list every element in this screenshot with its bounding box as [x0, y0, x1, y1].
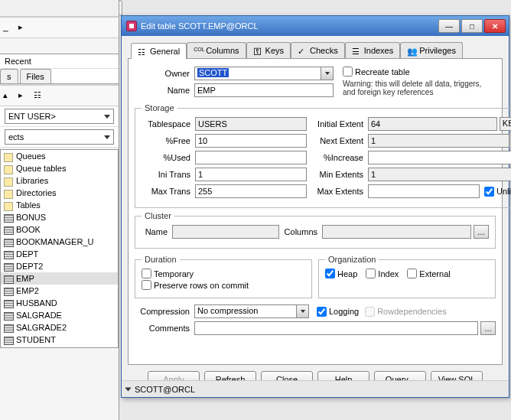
- tablespace-field[interactable]: [195, 117, 307, 131]
- temporary-checkbox[interactable]: Temporary: [142, 269, 194, 278]
- pctinc-label: %Increase: [314, 153, 368, 162]
- minext-field[interactable]: [368, 168, 511, 181]
- cluster-name-field[interactable]: [172, 225, 279, 239]
- comments-field[interactable]: [194, 321, 478, 335]
- status-text: SCOTT@ORCL: [135, 385, 195, 394]
- maxext-label: Max Extents: [314, 187, 368, 196]
- tab-checks[interactable]: ✓Checks: [291, 42, 345, 58]
- tab-files[interactable]: Files: [20, 69, 51, 83]
- maxext-field[interactable]: [368, 184, 480, 198]
- unlimited-checkbox[interactable]: Unlimited: [484, 187, 511, 197]
- sidebar: ⎯ ▸ Recent s Files ▴ ▸ ☷ ENT USER> ects …: [0, 0, 119, 420]
- organization-group: Organization Heap Index External: [318, 255, 496, 298]
- tree-table-emp[interactable]: EMP: [1, 272, 118, 285]
- rowdep-checkbox: Rowdependencies: [365, 307, 447, 317]
- tab-indexes[interactable]: ☰Indexes: [345, 42, 401, 58]
- window-icon: [126, 21, 137, 31]
- tab-general[interactable]: ☷General: [131, 43, 187, 59]
- comments-expand[interactable]: …: [480, 321, 496, 335]
- pctfree-field[interactable]: [195, 134, 307, 148]
- svg-rect-0: [129, 24, 134, 28]
- close-button[interactable]: ✕: [484, 19, 506, 33]
- icon-b[interactable]: ▸: [18, 90, 29, 101]
- owner-field[interactable]: SCOTT: [194, 67, 321, 80]
- recent-label: Recent: [5, 57, 114, 66]
- nextext-label: Next Extent: [314, 136, 368, 145]
- pctfree-label: %Free: [142, 136, 195, 145]
- tab-s[interactable]: s: [0, 69, 18, 83]
- tablespace-label: Tablespace: [142, 119, 195, 129]
- tree-table-student[interactable]: STUDENT: [1, 334, 118, 346]
- preserve-checkbox[interactable]: Preserve rows on commit: [142, 280, 249, 290]
- comments-label: Comments: [135, 324, 194, 333]
- tree-cat-queuetables[interactable]: Queue tables: [1, 162, 118, 174]
- objects-combo[interactable]: ects: [5, 129, 114, 145]
- tree-table-salgrade2[interactable]: SALGRADE2: [1, 321, 118, 334]
- tab-keys[interactable]: ⚿Keys: [246, 42, 291, 58]
- compression-label: Compression: [135, 307, 194, 316]
- tree-cat-queues[interactable]: Queues: [1, 150, 118, 162]
- duration-group: Duration Temporary Preserve rows on comm…: [135, 255, 312, 298]
- privileges-icon: 👥: [407, 47, 416, 54]
- cluster-cols-browse[interactable]: …: [474, 225, 489, 239]
- keys-icon: ⚿: [253, 47, 262, 54]
- initrans-label: Ini Trans: [142, 170, 195, 179]
- titlebar[interactable]: Edit table SCOTT.EMP@ORCL — □ ✕: [122, 16, 509, 36]
- external-checkbox[interactable]: External: [407, 269, 450, 278]
- sidebar-top: [0, 0, 119, 17]
- tree-table-bonus[interactable]: BONUS: [1, 211, 118, 223]
- toolbar-icon-2[interactable]: ▸: [18, 22, 29, 33]
- minimize-button[interactable]: —: [438, 19, 460, 33]
- tree-table-book[interactable]: BOOK: [1, 223, 118, 236]
- objects-combo-value: ects: [8, 132, 24, 142]
- tree-cat-libraries[interactable]: Libraries: [1, 174, 118, 187]
- statusbar: SCOTT@ORCL: [122, 380, 509, 397]
- tab-columns[interactable]: COLColumns: [187, 42, 246, 58]
- cluster-legend: Cluster: [142, 211, 174, 220]
- tabbar: ☷General COLColumns ⚿Keys ✓Checks ☰Index…: [128, 42, 503, 59]
- initext-field[interactable]: [368, 117, 497, 131]
- general-form: Owner SCOTT Name Recreate table Warning:…: [128, 59, 503, 365]
- index-checkbox[interactable]: Index: [366, 269, 399, 278]
- icon-c[interactable]: ☷: [34, 90, 44, 101]
- storage-group: Storage Tablespace %Free %Used Ini Trans…: [135, 103, 511, 208]
- tree-table-husband[interactable]: HUSBAND: [1, 297, 118, 309]
- tree-cat-tables[interactable]: Tables: [1, 199, 118, 211]
- maxtrans-field[interactable]: [195, 184, 307, 198]
- recreate-checkbox[interactable]: Recreate table: [343, 67, 410, 77]
- tree-cat-directories[interactable]: Directories: [1, 187, 118, 199]
- owner-dropdown-button[interactable]: [321, 67, 334, 80]
- edit-table-dialog: Edit table SCOTT.EMP@ORCL — □ ✕ ☷General…: [121, 15, 509, 398]
- indexes-icon: ☰: [352, 47, 361, 54]
- compression-dropdown[interactable]: [297, 304, 309, 318]
- tree-table-dept[interactable]: DEPT: [1, 248, 118, 260]
- object-tree[interactable]: Queues Queue tables Libraries Directorie…: [0, 149, 119, 348]
- columns-icon: COL: [194, 47, 203, 54]
- pctused-field[interactable]: [195, 151, 307, 164]
- tree-table-salgrade[interactable]: SALGRADE: [1, 309, 118, 321]
- compression-field[interactable]: No compression: [194, 304, 297, 318]
- tree-table-dept2[interactable]: DEPT2: [1, 260, 118, 272]
- tab-privileges[interactable]: 👥Privileges: [400, 42, 463, 58]
- heap-checkbox[interactable]: Heap: [325, 269, 357, 278]
- cluster-name-label: Name: [142, 227, 172, 236]
- tree-table-emp2[interactable]: EMP2: [1, 285, 118, 297]
- initrans-field[interactable]: [195, 168, 307, 181]
- owner-label: Owner: [135, 69, 194, 78]
- toolbar-icon-1[interactable]: ⎯: [3, 22, 14, 33]
- tree-table-bookmgr[interactable]: BOOKMANAGER_U: [1, 236, 118, 248]
- initext-unit: KB: [500, 117, 511, 131]
- cluster-group: Cluster Name Columns …: [135, 211, 496, 249]
- user-combo[interactable]: ENT USER>: [5, 109, 114, 124]
- icon-a[interactable]: ▴: [3, 90, 14, 101]
- name-field[interactable]: [194, 83, 334, 97]
- cluster-cols-field[interactable]: [322, 225, 471, 239]
- minext-label: Min Extents: [314, 170, 368, 179]
- expand-icon[interactable]: [125, 387, 132, 391]
- cluster-cols-label: Columns: [279, 227, 322, 236]
- name-label: Name: [135, 86, 194, 95]
- maximize-button[interactable]: □: [461, 19, 483, 33]
- logging-checkbox[interactable]: Logging: [317, 307, 359, 317]
- pctinc-field[interactable]: [368, 151, 511, 164]
- nextext-field[interactable]: [368, 134, 509, 148]
